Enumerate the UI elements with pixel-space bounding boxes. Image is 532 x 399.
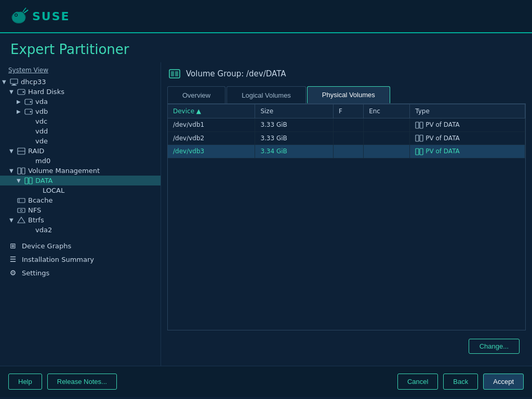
tree-icon-lvm — [17, 167, 26, 175]
tree-container: ▼dhcp33▼Hard Disks▶vda▶vdbvdcvddvde▼RAID… — [0, 77, 161, 235]
device-graphs-icon: ⊞ — [8, 241, 18, 250]
cell-0-3 — [364, 118, 410, 132]
content-area: Volume Group: /dev/DATA OverviewLogical … — [161, 62, 532, 366]
table-row[interactable]: /dev/vdb23.33 GiBPV of DATA — [168, 131, 525, 145]
tree-item-label: vdd — [35, 127, 48, 135]
system-view-label[interactable]: System View — [0, 64, 161, 77]
tabs-bar: OverviewLogical VolumesPhysical Volumes — [167, 86, 526, 104]
tree-icon-vg — [24, 177, 33, 184]
col-header-f[interactable]: F — [334, 104, 364, 118]
cell-0-0: /dev/vdb1 — [168, 118, 255, 132]
tree-item-label: vdc — [35, 117, 47, 125]
tree-item-vdb[interactable]: ▶vdb — [0, 107, 161, 116]
tree-item-vde[interactable]: vde — [0, 136, 161, 146]
tree-item-label: dhcp33 — [21, 78, 46, 86]
cell-1-3 — [364, 131, 410, 145]
tree-item-label: NFS — [28, 206, 41, 214]
tree-item-bcache[interactable]: Bcache — [0, 195, 161, 205]
col-header-size[interactable]: Size — [255, 104, 334, 118]
tree-item-md0[interactable]: md0 — [0, 156, 161, 166]
cancel-button[interactable]: Cancel — [397, 374, 438, 390]
suse-brand-text: SUSE — [32, 10, 70, 23]
tree-item-DATA[interactable]: ▼DATA — [0, 176, 161, 185]
tree-item-vdc[interactable]: vdc — [0, 116, 161, 126]
tree-item-LOCAL[interactable]: LOCAL — [0, 185, 161, 195]
tree-icon-none — [31, 187, 41, 194]
installation-summary-icon: ☰ — [8, 255, 18, 264]
svg-rect-23 — [171, 71, 174, 76]
nav-item-device-graphs[interactable]: ⊞Device Graphs — [0, 239, 161, 252]
tree-item-nfs[interactable]: NFS — [0, 205, 161, 215]
svg-rect-26 — [420, 122, 423, 128]
tree-item-label: Bcache — [28, 196, 52, 204]
svg-rect-28 — [420, 135, 423, 141]
svg-rect-25 — [416, 122, 419, 128]
tree-item-dhcp33[interactable]: ▼dhcp33 — [0, 77, 161, 87]
bottom-area: Change... — [167, 330, 526, 362]
svg-rect-18 — [18, 198, 25, 203]
accept-button[interactable]: Accept — [483, 374, 524, 390]
tree-icon-none — [24, 138, 33, 145]
nav-label-settings: Settings — [22, 269, 49, 277]
nav-item-settings[interactable]: ⚙Settings — [0, 266, 161, 280]
col-header-type[interactable]: Type — [410, 104, 525, 118]
tree-item-label: Hard Disks — [28, 88, 64, 96]
svg-rect-27 — [416, 135, 419, 141]
tree-item-vdd[interactable]: vdd — [0, 126, 161, 136]
expand-arrow-icon: ▼ — [9, 217, 17, 223]
expand-arrow-icon: ▼ — [9, 168, 17, 174]
tree-item-vda2[interactable]: vda2 — [0, 225, 161, 235]
svg-point-7 — [23, 91, 24, 92]
tree-item-label: RAID — [28, 147, 44, 155]
tree-icon-none — [24, 157, 33, 165]
tree-item-label: md0 — [35, 157, 50, 165]
header: SUSE — [0, 0, 532, 33]
cell-1-0: /dev/vdb2 — [168, 131, 255, 145]
release-notes-button[interactable]: Release Notes... — [47, 374, 117, 390]
svg-point-2 — [16, 15, 17, 16]
table-row[interactable]: /dev/vdb33.34 GiBPV of DATA — [168, 145, 525, 158]
tree-item-label: LOCAL — [43, 187, 64, 194]
tree-icon-hdd — [17, 88, 26, 96]
svg-rect-14 — [18, 168, 21, 174]
help-button[interactable]: Help — [8, 374, 42, 390]
tab-overview[interactable]: Overview — [167, 86, 225, 103]
svg-rect-16 — [25, 178, 28, 184]
suse-logo: SUSE — [8, 6, 70, 26]
back-button[interactable]: Back — [443, 374, 478, 390]
cell-1-4: PV of DATA — [410, 131, 525, 145]
change-button[interactable]: Change... — [469, 339, 520, 354]
tree-item-vda[interactable]: ▶vda — [0, 97, 161, 107]
tree-icon-nfs — [17, 207, 26, 214]
pv-table-container: Device ▲SizeFEncType /dev/vdb13.33 GiBPV… — [167, 104, 526, 330]
nav-item-installation-summary[interactable]: ☰Installation Summary — [0, 252, 161, 266]
settings-icon: ⚙ — [8, 268, 18, 277]
tree-item-label: vda2 — [35, 226, 52, 234]
tree-item-volume-mgmt[interactable]: ▼Volume Management — [0, 166, 161, 176]
svg-point-9 — [30, 101, 32, 102]
tree-icon-btrfs — [17, 217, 26, 224]
suse-chameleon-icon — [8, 6, 29, 26]
tree-item-hard-disks[interactable]: ▼Hard Disks — [0, 87, 161, 97]
tab-logical-volumes[interactable]: Logical Volumes — [227, 86, 306, 103]
tree-item-btrfs[interactable]: ▼Btrfs — [0, 215, 161, 225]
tree-icon-computer — [9, 78, 19, 86]
cell-0-2 — [334, 118, 364, 132]
cell-2-2 — [334, 145, 364, 158]
tree-item-label: vda — [35, 98, 48, 105]
tree-item-raid[interactable]: ▼RAID — [0, 146, 161, 156]
cell-2-0: /dev/vdb3 — [168, 145, 255, 158]
cell-2-1: 3.34 GiB — [255, 145, 334, 158]
expand-arrow-icon: ▶ — [17, 109, 24, 114]
tab-physical-volumes[interactable]: Physical Volumes — [307, 86, 390, 103]
svg-rect-3 — [10, 79, 18, 84]
cell-1-1: 3.33 GiB — [255, 131, 334, 145]
table-row[interactable]: /dev/vdb13.33 GiBPV of DATA — [168, 118, 525, 132]
footer: Help Release Notes... Cancel Back Accept — [0, 366, 532, 397]
main-layout: System View ▼dhcp33▼Hard Disks▶vda▶vdbvd… — [0, 62, 532, 366]
vg-header: Volume Group: /dev/DATA — [167, 66, 526, 81]
col-header-enc[interactable]: Enc — [364, 104, 410, 118]
svg-rect-29 — [416, 149, 419, 155]
vg-icon — [167, 66, 182, 81]
col-header-device[interactable]: Device ▲ — [168, 104, 255, 118]
